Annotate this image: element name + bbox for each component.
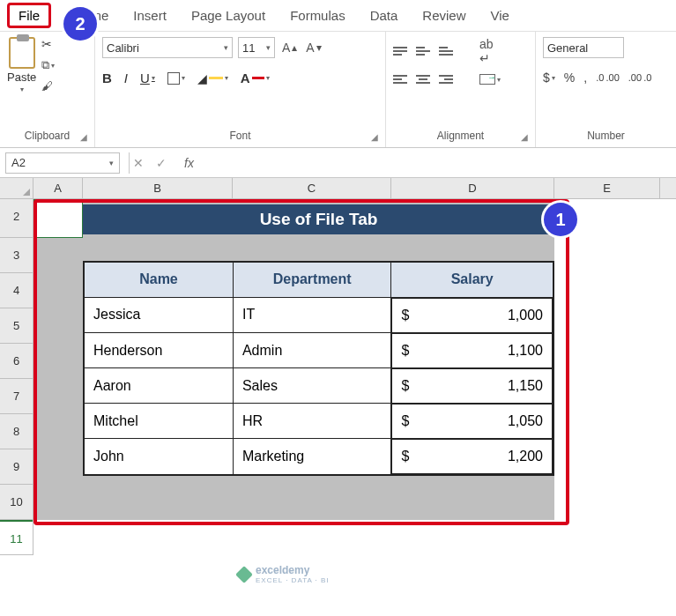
callout-2: 2 <box>63 7 97 41</box>
enter-button[interactable]: ✓ <box>156 156 179 170</box>
decrease-font-button[interactable]: A▾ <box>304 41 323 55</box>
underline-button[interactable]: U ▾ <box>140 71 155 85</box>
col-header-E[interactable]: E <box>554 178 660 198</box>
row-header-10[interactable]: 10 <box>0 485 33 520</box>
row-header-4[interactable]: 4 <box>0 273 33 308</box>
currency-button[interactable]: $ ▾ <box>543 71 555 85</box>
font-color-button[interactable]: A ▾ <box>241 71 270 85</box>
row-header-2[interactable]: 2 <box>0 199 33 238</box>
callout-1: 1 <box>544 203 577 236</box>
table-row: John Marketing $1,200 <box>84 439 553 475</box>
merge-center-button[interactable]: ▾ <box>479 74 501 85</box>
tab-insert[interactable]: Insert <box>121 3 179 28</box>
formula-input[interactable] <box>199 152 676 174</box>
align-bottom-button[interactable] <box>439 47 453 56</box>
cell-name[interactable]: Henderson <box>84 333 233 368</box>
align-left-button[interactable] <box>393 75 407 84</box>
tab-review[interactable]: Review <box>410 3 478 28</box>
increase-font-button[interactable]: A▴ <box>280 41 299 55</box>
group-label-clipboard: Clipboard◢ <box>7 128 87 145</box>
table-header-row: Name Department Salary <box>84 262 553 297</box>
wrap-text-button[interactable]: ab↵ <box>479 37 494 65</box>
align-top-button[interactable] <box>393 47 407 56</box>
cell-dept[interactable]: HR <box>233 404 390 439</box>
dialog-launcher-icon[interactable]: ◢ <box>371 132 378 142</box>
dialog-launcher-icon[interactable]: ◢ <box>80 132 87 142</box>
fx-icon[interactable]: fx <box>179 156 199 170</box>
ribbon: Paste ▾ ✂ ⧉ ▾ 🖌 Clipboard◢ Calibri▾ 11▾ … <box>0 32 676 148</box>
name-box[interactable]: A2▾ <box>5 152 120 174</box>
clipboard-icon <box>9 37 35 69</box>
cell-name[interactable]: Jessica <box>84 297 233 333</box>
tab-view[interactable]: Vie <box>479 3 522 28</box>
dialog-launcher-icon[interactable]: ◢ <box>521 132 528 142</box>
group-label-alignment: Alignment◢ <box>393 128 528 145</box>
cell-name[interactable]: John <box>84 439 233 475</box>
format-painter-button[interactable]: 🖌 <box>41 79 55 93</box>
tab-data[interactable]: Data <box>358 3 411 28</box>
cell-name[interactable]: Aaron <box>84 368 233 404</box>
row-header-9[interactable]: 9 <box>0 449 33 485</box>
row-header-8[interactable]: 8 <box>0 414 33 449</box>
cell-dept[interactable]: IT <box>233 297 390 333</box>
group-alignment: ab↵ ▾ Alignment◢ <box>386 32 536 147</box>
group-clipboard: Paste ▾ ✂ ⧉ ▾ 🖌 Clipboard◢ <box>0 32 95 147</box>
row-header-3[interactable]: 3 <box>0 238 33 273</box>
decrease-decimal-button[interactable]: .00 .0 <box>628 72 652 83</box>
align-right-button[interactable] <box>439 75 453 84</box>
cell-salary[interactable]: $1,000 <box>391 298 553 333</box>
col-header-B[interactable]: B <box>83 178 233 198</box>
merge-icon <box>479 74 495 85</box>
border-button[interactable]: ▾ <box>167 72 185 85</box>
bold-button[interactable]: B <box>102 71 112 85</box>
active-cell <box>33 199 83 238</box>
row-header-5[interactable]: 5 <box>0 308 33 344</box>
table-row: Aaron Sales $1,150 <box>84 368 553 404</box>
col-header-D[interactable]: D <box>391 178 554 198</box>
select-all-corner[interactable] <box>0 178 33 198</box>
row-header-7[interactable]: 7 <box>0 379 33 414</box>
increase-decimal-button[interactable]: .0 .00 <box>596 72 620 83</box>
row-header-6[interactable]: 6 <box>0 344 33 379</box>
paint-bucket-icon: ◢ <box>197 71 207 85</box>
font-name-combo[interactable]: Calibri▾ <box>102 37 233 58</box>
group-font: Calibri▾ 11▾ A▴ A▾ B I U ▾ ▾ ◢ ▾ A ▾ Fon… <box>95 32 386 147</box>
cell-dept[interactable]: Sales <box>233 368 390 404</box>
copy-button[interactable]: ⧉ ▾ <box>41 58 55 72</box>
column-headers: A B C D E <box>0 178 676 199</box>
cell-salary[interactable]: $1,050 <box>391 404 553 439</box>
watermark: exceldemy EXCEL · DATA · BI <box>238 564 330 584</box>
percent-button[interactable]: % <box>564 71 575 85</box>
table-row: Henderson Admin $1,100 <box>84 333 553 368</box>
tab-formulas[interactable]: Formulas <box>278 3 358 28</box>
col-header-C[interactable]: C <box>233 178 391 198</box>
tab-file[interactable]: File <box>7 3 51 28</box>
cells-area[interactable]: Use of File Tab Name Department Salary J… <box>33 199 676 555</box>
cell-salary[interactable]: $1,150 <box>391 368 553 404</box>
header-dept: Department <box>233 262 390 297</box>
cancel-button[interactable]: ✕ <box>133 156 156 170</box>
cut-button[interactable]: ✂ <box>41 37 55 51</box>
tab-page-layout[interactable]: Page Layout <box>179 3 278 28</box>
cell-dept[interactable]: Marketing <box>233 439 390 475</box>
cell-salary[interactable]: $1,100 <box>391 333 553 368</box>
border-icon <box>167 72 180 85</box>
col-header-A[interactable]: A <box>33 178 83 198</box>
sheet-title-banner: Use of File Tab <box>83 204 554 234</box>
number-format-combo[interactable]: General <box>543 37 624 58</box>
comma-button[interactable]: , <box>583 71 587 85</box>
watermark-sub: EXCEL · DATA · BI <box>256 576 330 584</box>
row-header-11[interactable]: 11 <box>0 520 33 555</box>
group-number: General $ ▾ % , .0 .00 .00 .0 Number <box>536 32 676 147</box>
cell-dept[interactable]: Admin <box>233 333 390 368</box>
cell-name[interactable]: Mitchel <box>84 404 233 439</box>
fill-color-button[interactable]: ◢ ▾ <box>197 71 228 85</box>
font-size-combo[interactable]: 11▾ <box>238 37 275 58</box>
align-middle-button[interactable] <box>416 47 430 56</box>
align-center-button[interactable] <box>416 75 430 84</box>
group-label-number: Number <box>543 128 669 145</box>
italic-button[interactable]: I <box>124 71 128 85</box>
paste-button[interactable]: Paste ▾ <box>7 37 36 93</box>
chevron-down-icon: ▾ <box>20 85 24 93</box>
cell-salary[interactable]: $1,200 <box>391 439 553 474</box>
